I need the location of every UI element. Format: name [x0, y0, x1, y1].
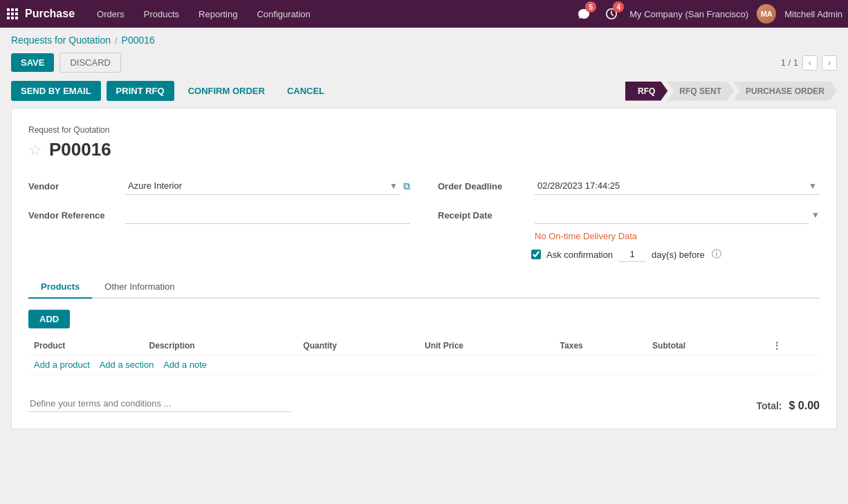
days-before-label: day(s) before [652, 250, 705, 260]
no-delivery-text: No On-time Delivery Data [535, 231, 637, 241]
col-quantity: Quantity [297, 337, 419, 355]
secondary-bar: SEND BY EMAIL PRINT RFQ CONFIRM ORDER CA… [0, 77, 848, 108]
vendor-row: Vendor Azure Interior ▼ ⧉ [28, 177, 410, 195]
vendor-ref-input[interactable] [125, 206, 410, 224]
topnav-right: 5 4 My Company (San Francisco) MA Mitche… [574, 4, 842, 24]
top-navigation: Purchase Orders Products Reporting Confi… [0, 0, 848, 28]
add-section-link[interactable]: Add a section [100, 360, 154, 370]
clock-button[interactable]: 4 [602, 4, 621, 24]
order-deadline-row: Order Deadline 02/28/2023 17:44:25 ▼ [438, 177, 820, 195]
grid-icon[interactable] [6, 7, 19, 21]
col-product: Product [28, 337, 144, 355]
card-footer: Total: $ 0.00 [28, 389, 820, 412]
vendor-field: Azure Interior ▼ ⧉ [125, 177, 410, 195]
order-deadline-field: 02/28/2023 17:44:25 ▼ [535, 177, 820, 195]
order-deadline-value: 02/28/2023 17:44:25 [535, 177, 806, 194]
status-bar: RFQ RFQ SENT PURCHASE ORDER [626, 82, 837, 101]
terms-input[interactable] [28, 395, 291, 412]
total-row: Total: $ 0.00 [756, 400, 820, 412]
app-name[interactable]: Purchase [25, 8, 75, 20]
top-menu: Orders Products Reporting Configuration [89, 5, 574, 24]
ask-confirmation-label: Ask confirmation [546, 250, 613, 260]
clock-badge: 4 [613, 1, 624, 12]
col-taxes: Taxes [555, 337, 647, 355]
svg-rect-0 [7, 8, 10, 11]
pagination-text: 1 / 1 [781, 57, 798, 68]
add-button[interactable]: ADD [28, 310, 70, 328]
confirm-row: Ask confirmation day(s) before ⓘ [438, 247, 820, 262]
vendor-select[interactable]: Azure Interior ▼ [125, 177, 400, 195]
receipt-date-label: Receipt Date [438, 206, 528, 221]
cancel-button[interactable]: CANCEL [279, 81, 333, 101]
rfq-title-row: ☆ P00016 [28, 139, 820, 160]
add-product-link[interactable]: Add a product [34, 360, 90, 370]
tabs-bar: Products Other Information [28, 276, 820, 299]
status-rfq-sent: RFQ SENT [667, 82, 734, 101]
avatar[interactable]: MA [757, 4, 776, 24]
print-rfq-button[interactable]: PRINT RFQ [107, 81, 174, 101]
breadcrumb: Requests for Quotation / P00016 [0, 28, 848, 48]
save-button[interactable]: SAVE [11, 53, 54, 72]
order-deadline-select[interactable]: 02/28/2023 17:44:25 ▼ [535, 177, 820, 195]
order-deadline-arrow[interactable]: ▼ [806, 181, 820, 191]
nav-products[interactable]: Products [136, 5, 187, 24]
confirm-days-input[interactable] [618, 247, 646, 262]
products-table: Product Description Quantity Unit Price … [28, 337, 820, 375]
vendor-value: Azure Interior [125, 177, 387, 194]
breadcrumb-separator: / [115, 35, 118, 46]
vendor-dropdown-arrow[interactable]: ▼ [387, 181, 400, 191]
receipt-date-input[interactable] [535, 206, 809, 224]
add-product-cell: Add a product Add a section Add a note [28, 355, 820, 375]
svg-rect-3 [7, 12, 10, 15]
total-value: $ 0.00 [789, 400, 820, 412]
col-description: Description [144, 337, 298, 355]
nav-reporting[interactable]: Reporting [190, 5, 246, 24]
chat-button[interactable]: 5 [574, 4, 593, 24]
send-by-email-button[interactable]: SEND BY EMAIL [11, 81, 101, 101]
discard-button[interactable]: DISCARD [59, 53, 121, 73]
receipt-date-field: ▼ [535, 206, 820, 224]
vendor-ref-row: Vendor Reference [28, 206, 410, 224]
nav-configuration[interactable]: Configuration [248, 5, 318, 24]
svg-rect-7 [11, 17, 14, 19]
total-section: Total: $ 0.00 [756, 400, 820, 412]
pagination: 1 / 1 ‹ › [781, 55, 837, 71]
add-note-link[interactable]: Add a note [163, 360, 207, 370]
prev-button[interactable]: ‹ [802, 55, 818, 71]
breadcrumb-current: P00016 [122, 35, 155, 46]
svg-rect-6 [7, 17, 10, 19]
col-subtotal: Subtotal [647, 337, 767, 355]
rfq-label: Request for Quotation [28, 125, 820, 135]
receipt-date-input-row: ▼ [535, 206, 820, 224]
svg-rect-2 [15, 8, 18, 11]
nav-orders[interactable]: Orders [89, 5, 133, 24]
add-product-row: Add a product Add a section Add a note [28, 355, 820, 375]
breadcrumb-parent[interactable]: Requests for Quotation [11, 35, 111, 46]
tab-products[interactable]: Products [28, 276, 92, 299]
vendor-ref-field [125, 206, 410, 224]
confirm-order-button[interactable]: CONFIRM ORDER [180, 81, 273, 101]
col-more[interactable]: ⋮ [767, 337, 820, 355]
company-name[interactable]: My Company (San Francisco) [629, 9, 748, 19]
vendor-label: Vendor [28, 177, 118, 192]
vendor-ref-label: Vendor Reference [28, 206, 118, 221]
main-card: Request for Quotation ☆ P00016 Vendor Az… [11, 108, 837, 429]
info-icon[interactable]: ⓘ [712, 248, 721, 261]
tab-other-information[interactable]: Other Information [92, 276, 187, 299]
svg-rect-8 [15, 17, 18, 19]
no-delivery-row: No On-time Delivery Data [438, 231, 820, 241]
receipt-date-row: Receipt Date ▼ [438, 206, 820, 224]
svg-rect-1 [11, 8, 14, 11]
order-deadline-label: Order Deadline [438, 177, 528, 192]
chat-badge: 5 [585, 1, 596, 12]
favorite-icon[interactable]: ☆ [28, 141, 42, 159]
rfq-number: P00016 [49, 139, 111, 160]
username: Mitchell Admin [784, 9, 842, 19]
next-button[interactable]: › [822, 55, 837, 71]
action-bar: SAVE DISCARD 1 / 1 ‹ › [0, 48, 848, 77]
receipt-date-arrow[interactable]: ▼ [811, 210, 820, 220]
vendor-external-link[interactable]: ⧉ [403, 180, 410, 192]
ask-confirmation-checkbox[interactable] [531, 250, 541, 259]
total-label: Total: [756, 400, 782, 411]
status-purchase-order: PURCHASE ORDER [733, 82, 837, 101]
